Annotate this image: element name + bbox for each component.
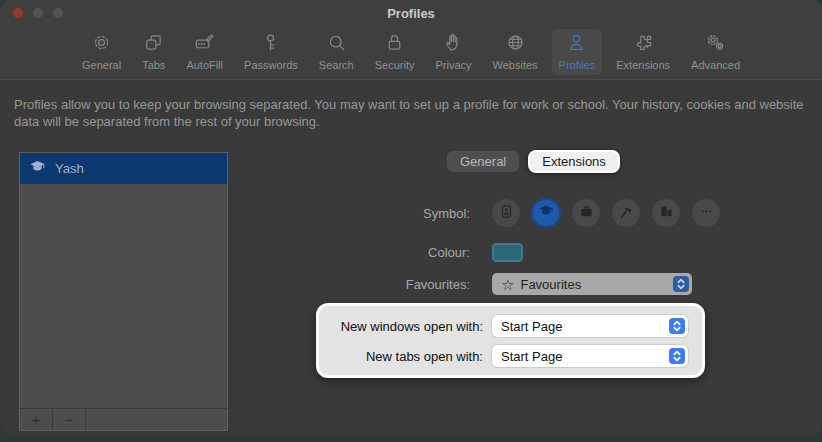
toolbar-label: Security: [375, 59, 415, 71]
new-windows-row: New windows open with: Start Page: [319, 315, 688, 337]
profile-detail-tabs: General Extensions: [447, 150, 620, 173]
profile-list-item-yash[interactable]: Yash: [20, 153, 227, 184]
toolbar-label: Passwords: [244, 59, 298, 71]
gears-icon: [705, 32, 726, 57]
toolbar-item-security[interactable]: Security: [368, 29, 422, 75]
tab-general[interactable]: General: [447, 151, 519, 172]
autofill-icon: [194, 32, 215, 57]
toolbar-item-autofill[interactable]: AutoFill: [179, 29, 230, 75]
toolbar-label: AutoFill: [186, 59, 223, 71]
ellipsis-icon: [699, 204, 714, 223]
star-icon: ☆: [501, 277, 514, 292]
colour-row: Colour:: [0, 243, 523, 262]
hand-icon: [443, 32, 464, 57]
toolbar-label: General: [82, 59, 121, 71]
hammer-icon: [619, 204, 634, 223]
toolbar-item-tabs[interactable]: Tabs: [135, 29, 172, 75]
globe-icon: [505, 32, 526, 57]
favourites-label: Favourites:: [0, 277, 470, 292]
symbol-option-graduation-cap[interactable]: [531, 198, 561, 228]
stepper-icon: [669, 318, 685, 334]
graduation-cap-icon: [538, 204, 554, 222]
favourites-dropdown[interactable]: ☆ Favourites: [492, 273, 692, 295]
briefcase-icon: [579, 204, 594, 223]
profile-name: Yash: [55, 161, 84, 176]
puzzle-icon: [633, 32, 654, 57]
toolbar-label: Tabs: [142, 59, 165, 71]
symbol-option-briefcase[interactable]: [572, 199, 600, 227]
settings-toolbar: General Tabs AutoFill Passwords Search S…: [0, 26, 822, 80]
key-icon: [260, 32, 281, 57]
person-icon: [566, 32, 587, 57]
symbol-label: Symbol:: [0, 206, 470, 221]
colour-label: Colour:: [0, 245, 470, 260]
new-windows-label: New windows open with:: [319, 319, 483, 334]
colour-well[interactable]: [492, 243, 523, 262]
symbol-option-building[interactable]: [652, 199, 680, 227]
toolbar-item-passwords[interactable]: Passwords: [237, 29, 305, 75]
toolbar-label: Search: [319, 59, 354, 71]
new-tabs-dropdown[interactable]: Start Page: [492, 345, 688, 367]
new-tabs-label: New tabs open with:: [319, 349, 483, 364]
building-icon: [659, 204, 674, 223]
toolbar-item-privacy[interactable]: Privacy: [428, 29, 478, 75]
tutorial-highlight-box: New windows open with: Start Page New ta…: [316, 303, 705, 378]
lock-icon: [384, 32, 405, 57]
toolbar-item-search[interactable]: Search: [312, 29, 361, 75]
toolbar-label: Privacy: [435, 59, 471, 71]
new-windows-dropdown[interactable]: Start Page: [492, 315, 688, 337]
window-title: Profiles: [0, 6, 822, 21]
stepper-icon: [669, 348, 685, 364]
new-tabs-row: New tabs open with: Start Page: [319, 345, 688, 367]
toolbar-label: Websites: [493, 59, 538, 71]
symbol-options: [492, 199, 720, 227]
profiles-description: Profiles allow you to keep your browsing…: [14, 96, 811, 130]
new-windows-value: Start Page: [501, 319, 562, 334]
safari-settings-window: Profiles General Tabs AutoFill Passwords…: [0, 0, 822, 435]
symbol-option-hammer[interactable]: [612, 199, 640, 227]
toolbar-item-general[interactable]: General: [75, 29, 128, 75]
symbol-row: Symbol:: [0, 199, 720, 227]
toolbar-label: Profiles: [559, 59, 596, 71]
gear-icon: [91, 32, 112, 57]
toolbar-item-websites[interactable]: Websites: [486, 29, 545, 75]
toolbar-label: Advanced: [691, 59, 740, 71]
desktop-background: [0, 435, 822, 442]
add-profile-button[interactable]: +: [20, 409, 53, 430]
titlebar: Profiles: [0, 0, 822, 26]
symbol-option-person-badge[interactable]: [492, 199, 520, 227]
tabs-icon: [143, 32, 164, 57]
toolbar-label: Extensions: [616, 59, 670, 71]
person-badge-icon: [499, 204, 514, 223]
toolbar-item-profiles[interactable]: Profiles: [552, 29, 603, 75]
toolbar-item-advanced[interactable]: Advanced: [684, 29, 747, 75]
favourites-value: Favourites: [520, 277, 581, 292]
magnifier-icon: [326, 32, 347, 57]
sidebar-bottom-bar: + −: [20, 408, 227, 430]
favourites-row: Favourites: ☆ Favourites: [0, 273, 692, 295]
graduation-cap-icon: [29, 160, 46, 177]
tab-extensions[interactable]: Extensions: [528, 150, 620, 173]
new-tabs-value: Start Page: [501, 349, 562, 364]
remove-profile-button[interactable]: −: [53, 409, 86, 430]
toolbar-item-extensions[interactable]: Extensions: [609, 29, 677, 75]
stepper-icon: [673, 276, 689, 292]
symbol-option-more[interactable]: [692, 199, 720, 227]
